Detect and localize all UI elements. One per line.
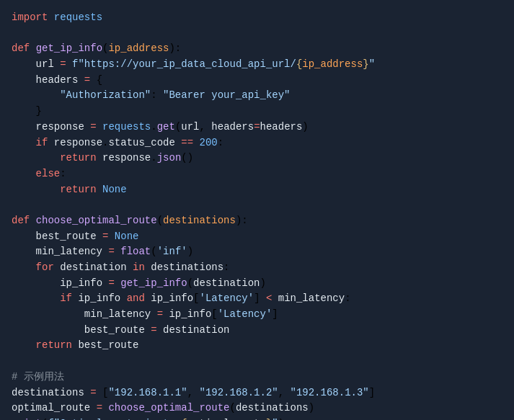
code-line-7: } (12, 104, 502, 120)
code-line-9: if response.status_code == 200: (12, 135, 502, 151)
code-line-6: "Authorization": "Bearer your_api_key" (12, 88, 502, 104)
code-line-12: return None (12, 182, 502, 198)
code-line-16: min_latency = float('inf') (12, 244, 502, 260)
code-line-14: def choose_optimal_route(destinations): (12, 213, 502, 229)
code-line-19: if ip_info and ip_info['Latency'] < min_… (12, 291, 502, 307)
code-line-17: for destination in destinations: (12, 260, 502, 276)
empty-line-2 (12, 197, 502, 213)
code-container: import requests def get_ip_info(ip_addre… (0, 0, 514, 420)
code-line-8: response = requests.get(url, headers=hea… (12, 120, 502, 135)
code-line-25: destinations = ["192.168.1.1", "192.168.… (12, 385, 502, 401)
code-line-22: return best_route (12, 338, 502, 354)
code-line-21: best_route = destination (12, 323, 502, 339)
code-line-10: return response.json() (12, 151, 502, 166)
empty-line-3 (12, 354, 502, 370)
code-line-11: else: (12, 166, 502, 182)
code-line-20: min_latency = ip_info['Latency'] (12, 307, 502, 323)
code-line-26: optimal_route = choose_optimal_route(des… (12, 401, 502, 416)
code-line-15: best_route = None (12, 229, 502, 245)
empty-line-1 (12, 26, 502, 42)
code-line-24: # 示例用法 (12, 370, 502, 385)
code-line-1: import requests (12, 10, 502, 26)
code-line-3: def get_ip_info(ip_address): (12, 41, 502, 57)
code-line-18: ip_info = get_ip_info(destination) (12, 276, 502, 292)
code-line-4: url = f"https://your_ip_data_cloud_api_u… (12, 57, 502, 73)
code-line-5: headers = { (12, 73, 502, 89)
code-line-27: print(f"Optimal route is to {optimal_rou… (12, 416, 502, 420)
